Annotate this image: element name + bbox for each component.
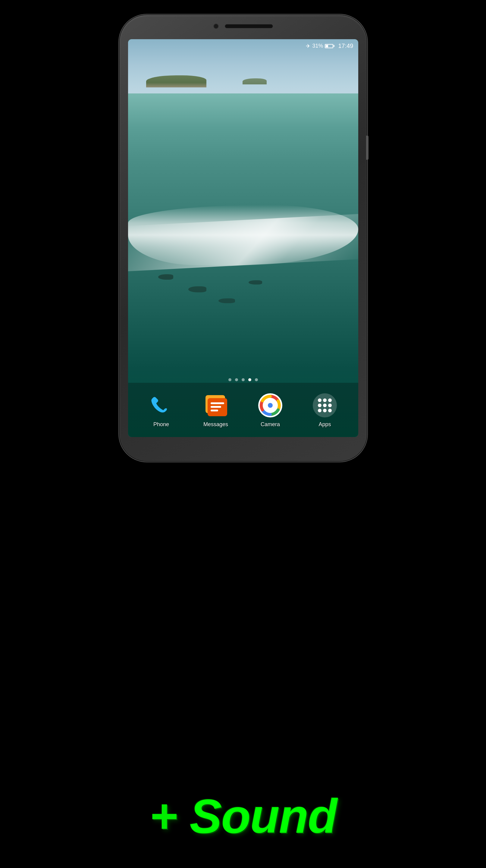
phone-app-label: Phone <box>153 421 169 428</box>
fish-4 <box>249 280 262 284</box>
speaker-grille <box>225 24 273 28</box>
fish-1 <box>158 274 173 280</box>
svg-point-9 <box>318 398 322 402</box>
fish-2 <box>188 286 206 292</box>
battery-percent: 31% <box>312 43 323 49</box>
messages-app-icon[interactable] <box>202 393 229 419</box>
page-dot-5[interactable] <box>255 378 258 381</box>
messages-app-label: Messages <box>203 421 228 428</box>
battery-icon <box>325 44 334 48</box>
svg-point-10 <box>323 398 327 402</box>
phone-top-bar <box>198 24 288 29</box>
svg-point-7 <box>268 403 273 408</box>
svg-point-16 <box>323 409 327 412</box>
dock-item-apps[interactable]: Apps <box>312 393 338 428</box>
svg-point-15 <box>318 409 322 412</box>
phone-screen: ✈ 31% 17:49 <box>128 39 358 437</box>
sound-word: Sound <box>190 789 337 843</box>
apps-app-icon[interactable] <box>312 393 338 419</box>
island-2 <box>242 79 267 84</box>
phone-svg <box>149 394 173 418</box>
camera-svg <box>258 393 283 418</box>
plus-sign: + <box>150 789 177 843</box>
svg-point-17 <box>328 409 332 412</box>
svg-rect-2 <box>210 402 224 404</box>
svg-point-13 <box>323 404 327 407</box>
island-1 <box>146 75 206 87</box>
page-indicators <box>128 378 358 381</box>
battery-fill <box>326 45 328 47</box>
status-bar: ✈ 31% 17:49 <box>128 39 358 53</box>
svg-rect-4 <box>210 410 218 411</box>
svg-point-14 <box>328 404 332 407</box>
phone-frame: ✈ 31% 17:49 <box>120 15 367 461</box>
camera-dot <box>213 24 219 29</box>
battery-body <box>325 44 333 48</box>
status-icons: ✈ 31% 17:49 <box>306 42 353 50</box>
time-display: 17:49 <box>338 42 353 50</box>
apps-app-label: Apps <box>319 421 331 428</box>
svg-rect-3 <box>210 406 221 408</box>
svg-point-11 <box>328 398 332 402</box>
airplane-icon: ✈ <box>306 43 310 50</box>
page-dot-4[interactable] <box>248 378 251 381</box>
page-dot-1[interactable] <box>228 378 231 381</box>
page-wrapper: ✈ 31% 17:49 <box>0 0 486 868</box>
page-dot-2[interactable] <box>235 378 238 381</box>
fish-3 <box>219 299 235 303</box>
svg-point-12 <box>318 404 322 407</box>
dock-item-camera[interactable]: Camera <box>257 393 284 428</box>
wallpaper <box>128 39 358 437</box>
dock-item-messages[interactable]: Messages <box>202 393 229 428</box>
battery-tip <box>333 45 334 47</box>
apps-svg <box>312 393 338 418</box>
sound-watermark: + Sound <box>150 788 337 844</box>
phone-app-icon[interactable] <box>148 393 174 419</box>
messages-svg <box>203 393 229 418</box>
app-dock: Phone <box>128 383 358 437</box>
volume-button <box>366 135 368 160</box>
dock-item-phone[interactable]: Phone <box>148 393 174 428</box>
camera-app-icon[interactable] <box>257 393 284 419</box>
camera-app-label: Camera <box>261 421 280 428</box>
page-dot-3[interactable] <box>241 378 245 381</box>
